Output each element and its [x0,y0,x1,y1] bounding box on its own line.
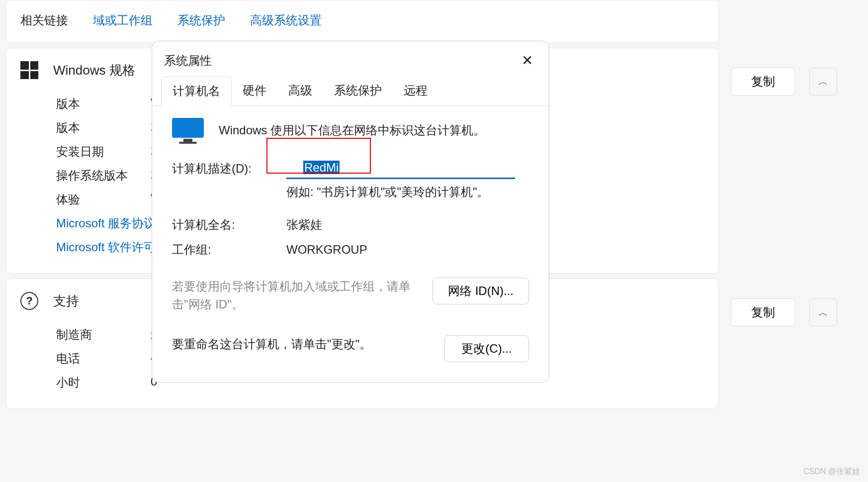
watermark: CSDN @张紫娃 [803,467,860,477]
ms-service-agreement-link[interactable]: Microsoft 服务协议 [56,215,156,231]
copy-winspec-button[interactable]: 复制 [731,68,795,96]
change-button[interactable]: 更改(C)... [444,335,529,362]
link-domain-workgroup[interactable]: 域或工作组 [93,12,153,28]
computer-fullname-label: 计算机全名: [172,217,286,233]
copy-support-button[interactable]: 复制 [731,298,795,326]
related-links-label: 相关链接 [20,12,68,28]
monitor-icon [172,118,204,143]
help-icon: ? [20,292,38,310]
dialog-title: 系统属性 [164,53,212,69]
network-id-hint: 若要使用向导将计算机加入域或工作组，请单击"网络 ID"。 [172,278,423,313]
edition-label: 版本 [56,96,151,112]
tab-hardware[interactable]: 硬件 [232,77,277,105]
system-properties-dialog: 系统属性 ✕ 计算机名 硬件 高级 系统保护 远程 Windows 使用以下信息… [152,41,549,383]
computer-description-label: 计算机描述(D): [172,161,286,177]
tab-advanced[interactable]: 高级 [277,77,323,105]
computer-description-input[interactable]: RedMi [286,158,515,179]
version-label: 版本 [56,120,151,136]
workgroup-value: WORKGROUP [286,243,367,257]
collapse-winspec-button[interactable]: ︿ [809,68,837,96]
chevron-up-icon: ︿ [818,75,828,89]
windows-logo-icon [20,61,38,79]
computer-fullname-value: 张紫娃 [286,217,322,233]
close-icon: ✕ [521,53,533,68]
chevron-up-icon: ︿ [818,306,828,319]
dialog-intro-text: Windows 使用以下信息在网络中标识这台计算机。 [219,122,485,138]
tab-computer-name[interactable]: 计算机名 [161,77,232,106]
tab-system-protection[interactable]: 系统保护 [323,77,393,105]
phone-label: 电话 [56,351,151,367]
collapse-support-button[interactable]: ︿ [809,298,837,326]
tab-remote[interactable]: 远程 [393,77,438,105]
os-build-label: 操作系统版本 [56,168,151,184]
related-links-card: 相关链接 域或工作组 系统保护 高级系统设置 [6,0,719,43]
description-example-text: 例如: "书房计算机"或"美玲的计算机"。 [286,184,529,200]
experience-label: 体验 [56,192,151,207]
link-system-protection[interactable]: 系统保护 [177,12,225,28]
install-date-label: 安装日期 [56,144,151,160]
ms-license-link[interactable]: Microsoft 软件许可 [56,239,156,255]
hours-label: 小时 [56,375,151,390]
network-id-button[interactable]: 网络 ID(N)... [433,278,529,304]
rename-hint: 要重命名这台计算机，请单击"更改"。 [172,335,434,353]
link-advanced-settings[interactable]: 高级系统设置 [250,12,322,28]
close-button[interactable]: ✕ [518,50,537,71]
dialog-tabs: 计算机名 硬件 高级 系统保护 远程 [152,77,549,106]
manufacturer-label: 制造商 [56,327,151,343]
workgroup-label: 工作组: [172,242,286,258]
